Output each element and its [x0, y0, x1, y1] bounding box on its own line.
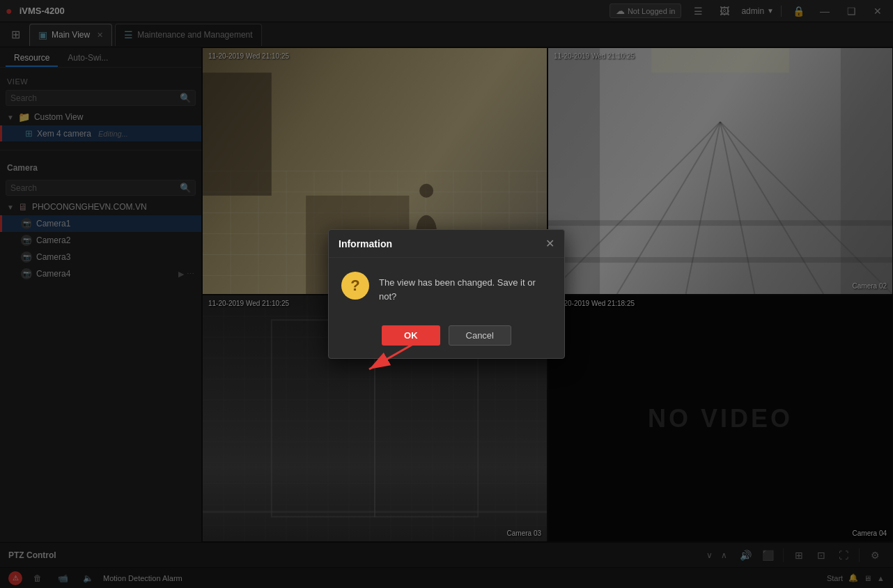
arrow-indicator [362, 341, 432, 546]
modal-overlay: Information ✕ ? The view has been change… [0, 0, 893, 588]
dialog-ok-button[interactable]: OK [382, 325, 440, 346]
dialog-cancel-button[interactable]: Cancel [449, 325, 511, 346]
info-dialog: Information ✕ ? The view has been change… [328, 229, 565, 359]
dialog-body: ? The view has been changed. Save it or … [329, 258, 564, 317]
dialog-close-icon[interactable]: ✕ [545, 237, 554, 250]
dialog-footer: OK Cancel [329, 317, 564, 358]
dialog-message: The view has been changed. Save it or no… [379, 272, 552, 303]
dialog-header: Information ✕ [329, 230, 564, 258]
dialog-title: Information [339, 238, 392, 249]
dialog-question-icon: ? [341, 272, 369, 300]
